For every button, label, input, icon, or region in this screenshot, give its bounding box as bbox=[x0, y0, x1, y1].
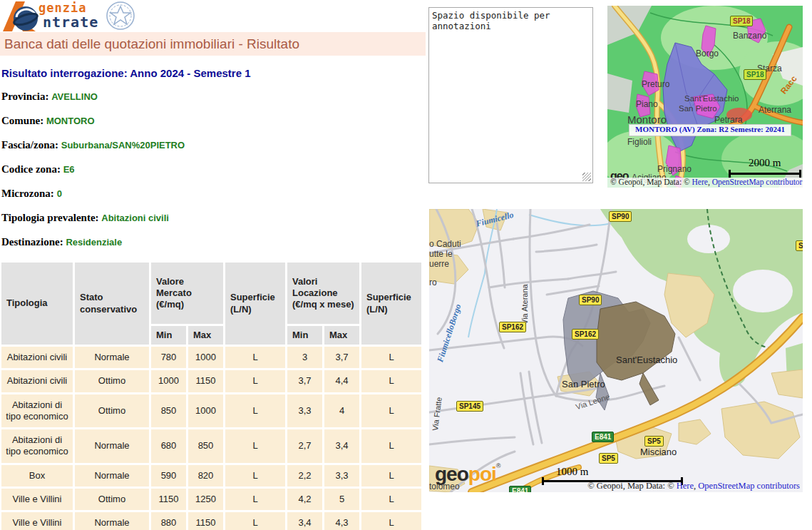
field-fascia-zona: Fascia/zona: Suburbana/SAN%20PIETRO bbox=[1, 139, 426, 151]
result-panel: Risultato interrogazione: Anno 2024 - Se… bbox=[1, 63, 426, 530]
field-value: AVELLINO bbox=[51, 91, 98, 102]
cell-tipologia: Abitazioni di tipo economico bbox=[1, 394, 73, 428]
cell-vm-min: 1150 bbox=[151, 489, 186, 510]
table-row: Box Normale 590 820 L 2,2 3,3 L bbox=[1, 465, 421, 486]
cell-vm-min: 1000 bbox=[151, 370, 186, 392]
cell-vm-max: 1250 bbox=[188, 489, 223, 510]
cell-vl-min: 4,2 bbox=[287, 489, 322, 510]
field-value: Suburbana/SAN%20PIETRO bbox=[61, 140, 185, 151]
table-row: Abitazioni di tipo economico Ottimo 850 … bbox=[1, 394, 421, 428]
place-label-sant-eustachio: Sant'Eustachio bbox=[616, 355, 677, 365]
col-header-valore-mercato: Valore Mercato (€/mq) bbox=[151, 263, 223, 324]
field-value: Residenziale bbox=[66, 237, 122, 248]
cell-vl-min: 2,7 bbox=[287, 429, 322, 463]
cell-stato: Normale bbox=[75, 465, 149, 486]
field-value: MONTORO bbox=[46, 116, 95, 126]
place-label-misciano: Misciano bbox=[640, 447, 677, 457]
road-badge-e841: E841 bbox=[592, 432, 614, 442]
cell-vl-max: 3,3 bbox=[324, 465, 359, 486]
scale-label: 2000 m bbox=[749, 157, 781, 169]
col-header-tipologia: Tipologia bbox=[1, 263, 73, 345]
cell-stato: Ottimo bbox=[75, 370, 149, 392]
field-label: Comune: bbox=[1, 115, 43, 126]
overview-map[interactable]: SP18 Banzano Borgo Starza SP18 Racc Pret… bbox=[607, 6, 803, 188]
field-label: Destinazione: bbox=[1, 236, 63, 248]
cell-tipologia: Abitazioni civili bbox=[1, 347, 73, 368]
place-label-piano: Piano bbox=[636, 99, 658, 109]
place-label-banzano: Banzano bbox=[733, 31, 766, 41]
textarea-resize-handle[interactable] bbox=[582, 173, 591, 181]
registered-mark: ® bbox=[496, 462, 501, 469]
cell-stato: Normale bbox=[75, 347, 149, 368]
cell-vl-max: 4 bbox=[324, 394, 359, 428]
cell-sup2: L bbox=[361, 429, 421, 463]
cell-vm-min: 590 bbox=[151, 465, 186, 486]
cell-vm-max: 1150 bbox=[188, 370, 223, 392]
field-value: Abitazioni civili bbox=[101, 213, 169, 223]
geopoi-logo-geo: geo bbox=[435, 463, 468, 485]
cell-stato: Ottimo bbox=[75, 394, 149, 428]
cell-sup2: L bbox=[361, 347, 421, 368]
here-link[interactable]: Here bbox=[692, 178, 708, 186]
cell-sup2: L bbox=[361, 489, 421, 510]
map-attribution: © Geopoi, Map Data: © Here, OpenStreetMa… bbox=[607, 178, 803, 188]
field-label: Codice zona: bbox=[1, 163, 61, 175]
place-label-caduti: o Caduti bbox=[429, 239, 461, 249]
road-badge-sp18: SP18 bbox=[744, 69, 766, 80]
street-label-via-aterana: Via Aterana bbox=[520, 284, 529, 325]
cell-vl-max: 5 bbox=[324, 489, 359, 510]
cell-vl-min: 3,4 bbox=[287, 512, 322, 530]
cell-vl-min: 2,2 bbox=[287, 465, 322, 486]
col-header-max-2: Max bbox=[324, 326, 359, 345]
col-header-superficie-2: Superficie (L/N) bbox=[361, 263, 421, 345]
result-title: Risultato interrogazione: Anno 2024 - Se… bbox=[1, 67, 426, 79]
annotations-textarea[interactable]: Spazio disponibile per annotazioni bbox=[428, 7, 593, 183]
col-header-stato: Stato conservativo bbox=[75, 263, 149, 345]
field-label: Provincia: bbox=[1, 91, 48, 102]
cell-sup2: L bbox=[361, 465, 421, 486]
road-badge-sp5: SP5 bbox=[599, 453, 618, 464]
detail-map-graphic bbox=[429, 209, 803, 492]
here-link[interactable]: Here bbox=[677, 481, 694, 491]
road-badge-cut: S bbox=[796, 240, 803, 251]
field-value: 0 bbox=[57, 188, 62, 199]
cell-vl-max: 4,3 bbox=[324, 512, 359, 530]
cell-stato: Normale bbox=[75, 512, 149, 530]
geopoi-logo-poi: poi bbox=[468, 463, 496, 485]
field-value: E6 bbox=[63, 164, 75, 175]
field-label: Microzona: bbox=[1, 188, 54, 199]
place-label-ro: ro bbox=[429, 277, 437, 287]
osm-contributors-link[interactable]: OpenStreetMap contributors bbox=[712, 178, 803, 186]
page: genzia ntrate Banca dati delle quotazion… bbox=[0, 0, 812, 530]
page-title-banner: Banca dati delle quotazioni immobiliari … bbox=[0, 32, 426, 56]
road-badge-sp5: SP5 bbox=[644, 436, 664, 447]
place-label-borgo: Borgo bbox=[696, 49, 719, 58]
attribution-text: © Geopoi, Map Data: © bbox=[610, 178, 692, 186]
cell-vm-min: 850 bbox=[151, 394, 186, 428]
cell-sup1: L bbox=[225, 429, 285, 463]
cell-vl-max: 3,4 bbox=[324, 429, 359, 463]
osm-contributors-link[interactable]: OpenStreetMap contributors bbox=[698, 481, 800, 491]
cell-tipologia: Abitazioni civili bbox=[1, 370, 73, 392]
cell-sup2: L bbox=[361, 394, 421, 428]
cell-vl-min: 3 bbox=[287, 347, 322, 368]
cell-stato: Normale bbox=[75, 429, 149, 463]
col-header-max-1: Max bbox=[188, 326, 223, 345]
cell-stato: Ottimo bbox=[75, 489, 149, 510]
cell-vm-max: 820 bbox=[188, 465, 223, 486]
cell-tipologia: Abitazioni di tipo economico bbox=[1, 429, 73, 463]
cell-sup1: L bbox=[225, 489, 285, 510]
cell-sup1: L bbox=[225, 512, 285, 530]
place-label-caduti: uerre bbox=[429, 259, 449, 269]
cell-vm-max: 1150 bbox=[188, 512, 223, 530]
field-comune: Comune: MONTORO bbox=[1, 115, 426, 127]
field-label: Tipologia prevalente: bbox=[1, 212, 99, 223]
cell-vm-min: 880 bbox=[151, 512, 186, 530]
place-label-san-pietro: San Pietro bbox=[562, 379, 605, 389]
cell-sup1: L bbox=[225, 394, 285, 428]
table-row: Abitazioni civili Normale 780 1000 L 3 3… bbox=[1, 347, 421, 368]
detail-map[interactable]: SP90 S o Caduti utte le uerre ro Fiumice… bbox=[429, 209, 803, 492]
road-badge-sp162: SP162 bbox=[572, 329, 599, 340]
place-label-san-pietro: San Pietro bbox=[679, 104, 717, 113]
field-tipologia-prevalente: Tipologia prevalente: Abitazioni civili bbox=[1, 212, 426, 224]
